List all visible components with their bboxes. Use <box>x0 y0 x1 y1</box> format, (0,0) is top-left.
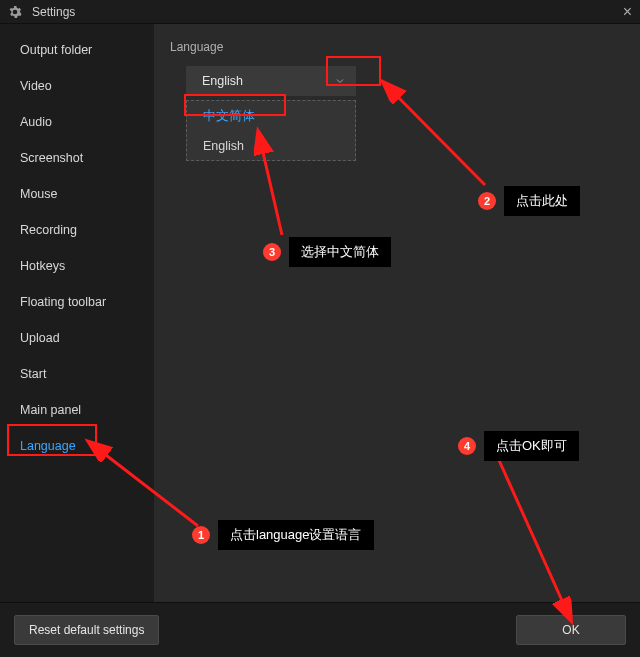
content-pane: Language English 中文简体 English <box>154 24 640 602</box>
language-dropdown: 中文简体 English <box>186 100 356 161</box>
reset-defaults-button[interactable]: Reset default settings <box>14 615 159 645</box>
sidebar-item-main-panel[interactable]: Main panel <box>0 392 154 428</box>
sidebar-item-label: Start <box>20 367 46 381</box>
option-label: 中文简体 <box>203 109 255 123</box>
sidebar-item-label: Upload <box>20 331 60 345</box>
sidebar-item-recording[interactable]: Recording <box>0 212 154 248</box>
sidebar-item-label: Mouse <box>20 187 58 201</box>
sidebar-item-label: Hotkeys <box>20 259 65 273</box>
ok-button[interactable]: OK <box>516 615 626 645</box>
option-label: English <box>203 139 244 153</box>
language-option-english[interactable]: English <box>187 132 355 160</box>
sidebar-item-label: Audio <box>20 115 52 129</box>
language-option-chinese[interactable]: 中文简体 <box>187 101 355 132</box>
sidebar-item-label: Screenshot <box>20 151 83 165</box>
sidebar-item-video[interactable]: Video <box>0 68 154 104</box>
language-select: English 中文简体 English <box>186 66 356 161</box>
sidebar-item-mouse[interactable]: Mouse <box>0 176 154 212</box>
sidebar-item-screenshot[interactable]: Screenshot <box>0 140 154 176</box>
language-select-head[interactable]: English <box>186 66 356 96</box>
sidebar-item-output-folder[interactable]: Output folder <box>0 32 154 68</box>
sidebar-item-label: Video <box>20 79 52 93</box>
titlebar: Settings × <box>0 0 640 24</box>
main-area: Output folder Video Audio Screenshot Mou… <box>0 24 640 602</box>
language-select-value: English <box>202 74 243 88</box>
window-title: Settings <box>32 5 75 19</box>
sidebar-item-start[interactable]: Start <box>0 356 154 392</box>
sidebar-item-label: Language <box>20 439 76 453</box>
close-icon[interactable]: × <box>623 4 632 20</box>
sidebar-item-audio[interactable]: Audio <box>0 104 154 140</box>
chevron-down-icon <box>334 75 346 87</box>
sidebar-item-floating-toolbar[interactable]: Floating toolbar <box>0 284 154 320</box>
gear-icon <box>8 5 22 19</box>
sidebar: Output folder Video Audio Screenshot Mou… <box>0 24 154 602</box>
sidebar-item-hotkeys[interactable]: Hotkeys <box>0 248 154 284</box>
section-title: Language <box>170 40 624 54</box>
sidebar-item-label: Recording <box>20 223 77 237</box>
sidebar-item-label: Output folder <box>20 43 92 57</box>
sidebar-item-label: Main panel <box>20 403 81 417</box>
sidebar-item-language[interactable]: Language <box>0 428 154 464</box>
sidebar-item-label: Floating toolbar <box>20 295 106 309</box>
footer: Reset default settings OK <box>0 602 640 657</box>
sidebar-item-upload[interactable]: Upload <box>0 320 154 356</box>
